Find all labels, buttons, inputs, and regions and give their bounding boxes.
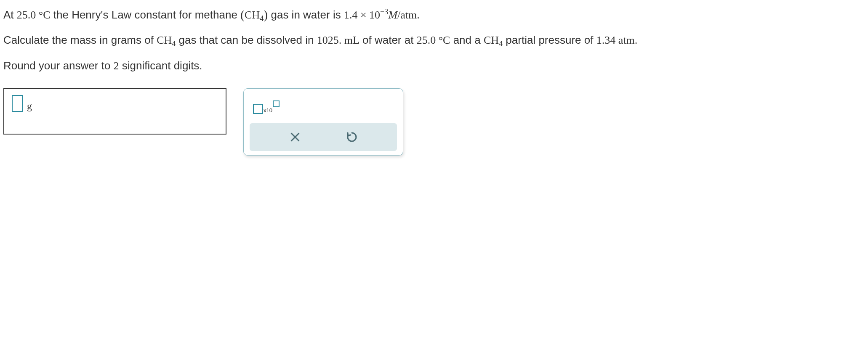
answer-input[interactable] (12, 95, 23, 112)
answer-unit: g (27, 98, 32, 114)
question-line-1: At 25.0 °C the Henry's Law constant for … (3, 5, 865, 24)
clear-button[interactable] (285, 127, 305, 147)
tool-panel: x10 (243, 88, 403, 156)
question-line-2: Calculate the mass in grams of CH4 gas t… (3, 32, 865, 50)
methane-formula: CH4 (245, 9, 264, 21)
close-icon (289, 131, 301, 143)
henry-constant-value: 1.4 × 10−3 (344, 9, 389, 21)
sci-notation-button[interactable]: x10 (253, 104, 280, 114)
answer-box: g (3, 88, 226, 135)
undo-icon (346, 131, 358, 143)
square-icon (253, 104, 263, 114)
question-line-3: Round your answer to 2 significant digit… (3, 58, 865, 74)
square-icon (273, 100, 280, 107)
reset-button[interactable] (342, 127, 362, 147)
